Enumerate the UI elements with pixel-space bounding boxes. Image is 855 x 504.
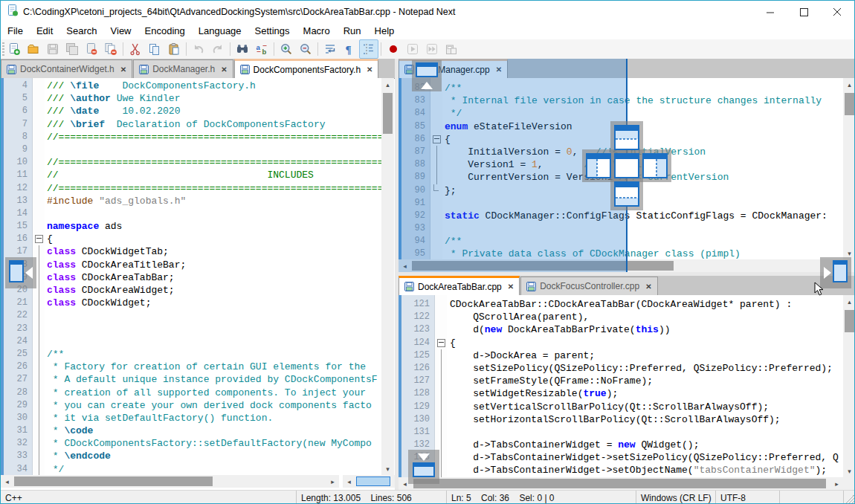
edge-left-indicator-icon[interactable] — [5, 257, 36, 288]
extra[interactable] — [780, 491, 844, 504]
close-button[interactable] — [821, 1, 854, 23]
macro-run-multiple-button[interactable] — [422, 39, 442, 59]
scrollbar-thumb[interactable] — [413, 479, 826, 488]
redo-button[interactable] — [208, 39, 228, 59]
dock-bottom-indicator-icon[interactable] — [614, 181, 639, 210]
edge-right-indicator-icon[interactable] — [820, 257, 851, 288]
file-saved-icon — [240, 65, 250, 74]
code-area[interactable]: /// \file DockComponentsFactory.h/// \au… — [47, 78, 381, 475]
horizontal-scrollbar[interactable]: ◂ ▸ — [1, 475, 339, 488]
dock-left-indicator-icon[interactable] — [586, 153, 611, 181]
word-wrap-icon — [323, 42, 337, 56]
eol-format[interactable]: Windows (CR LF) — [636, 491, 716, 504]
menu-search[interactable]: Search — [59, 23, 103, 39]
open-file-button[interactable] — [24, 39, 43, 59]
dock-top-indicator-icon[interactable] — [614, 125, 639, 153]
vertical-scrollbar[interactable]: ▴ ▾ — [843, 295, 854, 477]
close-tab-icon[interactable]: ✕ — [508, 282, 514, 291]
document-stats[interactable]: Length: 13.005 Lines: 506 — [297, 491, 447, 504]
scroll-down-icon[interactable]: ▾ — [843, 465, 854, 477]
edge-bottom-indicator-icon[interactable] — [408, 450, 439, 484]
menu-settings[interactable]: Settings — [248, 23, 297, 39]
edge-top-indicator-icon[interactable] — [412, 60, 442, 91]
zoom-in-button[interactable] — [277, 39, 296, 59]
editor-dockcomponentsfactory[interactable]: 4567891011121314151617181920212223242526… — [1, 78, 381, 475]
editor-dockareatabbar[interactable]: 1211221231241251261271281291301311321331… — [399, 295, 843, 477]
find-button[interactable] — [233, 39, 252, 59]
fold-marker — [33, 373, 45, 386]
tab-dockcomponentsfactory-h[interactable]: DockComponentsFactory.h✕ — [234, 59, 379, 78]
scrollbar-thumb[interactable] — [14, 476, 213, 486]
zoom-out-button[interactable] — [296, 39, 315, 59]
close-tab-icon[interactable]: ✕ — [645, 282, 651, 291]
fold-marker[interactable] — [33, 233, 45, 245]
menu-language[interactable]: Language — [192, 23, 248, 39]
scroll-right-icon[interactable]: ▸ — [830, 477, 843, 490]
maximize-button[interactable] — [787, 1, 821, 23]
scroll-right-icon[interactable]: ▸ — [326, 475, 339, 488]
scrollbar-segment[interactable]: ◂ — [343, 475, 395, 488]
scroll-left-icon[interactable]: ◂ — [343, 475, 355, 488]
save-all-button[interactable] — [62, 39, 82, 59]
title-bar[interactable]: C:\CodingXP\cetoni_projects_64bit\QtAdva… — [1, 1, 854, 23]
close-tab-icon[interactable]: ✕ — [221, 65, 227, 74]
undo-button[interactable] — [189, 39, 208, 59]
tab-dockcontainerwidget-h[interactable]: DockContainerWidget.h✕ — [1, 59, 132, 78]
code-area[interactable]: CDockAreaTabBar::CDockAreaTabBar(CDockAr… — [450, 295, 843, 477]
menu-view[interactable]: View — [104, 23, 138, 39]
macro-play-button[interactable] — [403, 39, 422, 59]
tab-dockmanager-h[interactable]: DockManager.h✕ — [133, 59, 233, 78]
copy-button[interactable] — [145, 39, 164, 59]
scroll-up-icon[interactable]: ▴ — [843, 295, 854, 308]
word-wrap-button[interactable] — [320, 39, 340, 59]
horizontal-scrollbar[interactable]: ◂ ▸ — [399, 477, 843, 490]
scroll-up-icon[interactable]: ▴ — [381, 78, 394, 91]
tab-bar-bottom-right: DockAreaTabBar.cpp✕DockFocusController.c… — [399, 276, 854, 296]
macro-record-button[interactable] — [384, 39, 403, 59]
close-tab-icon[interactable]: ✕ — [367, 65, 372, 74]
tab-dockfocuscontroller-cpp[interactable]: DockFocusController.cpp✕ — [520, 277, 657, 295]
indent-guide-button[interactable] — [359, 39, 378, 59]
line-number: 122 — [401, 311, 434, 323]
vertical-scrollbar[interactable]: ▴ ▾ — [381, 78, 394, 475]
close-tab-icon[interactable]: ✕ — [120, 65, 126, 74]
menu-help[interactable]: Help — [368, 23, 401, 39]
close-all-button[interactable] — [101, 39, 120, 59]
resize-grip[interactable] — [844, 494, 854, 504]
cut-button[interactable] — [126, 39, 145, 59]
menu-run[interactable]: Run — [337, 23, 368, 39]
dock-right-indicator-icon[interactable] — [642, 153, 668, 181]
tab-dockareatabbar-cpp[interactable]: DockAreaTabBar.cpp✕ — [399, 276, 520, 295]
scrollbar-thumb[interactable] — [845, 93, 854, 115]
fold-marker — [33, 105, 45, 117]
minimize-button[interactable] — [754, 1, 787, 23]
show-all-characters-button[interactable]: ¶ — [340, 39, 359, 59]
language-indicator[interactable]: C++ — [1, 491, 297, 504]
vertical-scrollbar[interactable]: ▴ ▾ — [843, 78, 854, 259]
line-number: 125 — [401, 349, 434, 362]
scrollbar-thumb[interactable] — [383, 93, 393, 134]
file-saved-icon — [526, 282, 536, 291]
dock-center-indicator-icon[interactable] — [614, 153, 639, 181]
fold-marker — [435, 375, 447, 387]
close-button[interactable] — [82, 39, 101, 59]
fold-marker — [33, 207, 45, 220]
menu-encoding[interactable]: Encoding — [138, 23, 192, 39]
scrollbar-thumb-highlighted[interactable] — [356, 476, 390, 486]
save-button[interactable] — [43, 39, 62, 59]
encoding[interactable]: UTF-8 — [716, 491, 780, 504]
scrollbar-thumb[interactable] — [845, 310, 854, 332]
paste-button[interactable] — [164, 39, 184, 59]
menu-file[interactable]: File — [1, 23, 30, 39]
scroll-left-icon[interactable]: ◂ — [1, 475, 13, 488]
cursor-position[interactable]: Ln: 5 Col: 36 Sel: 0 | 0 — [447, 491, 636, 504]
macro-save-button[interactable] — [442, 39, 461, 59]
menu-edit[interactable]: Edit — [30, 23, 59, 39]
scroll-down-icon[interactable]: ▾ — [381, 462, 394, 475]
scroll-up-icon[interactable]: ▴ — [843, 78, 854, 91]
new-file-button[interactable] — [4, 39, 24, 59]
line-number: 11 — [4, 169, 32, 181]
replace-button[interactable]: ab — [252, 39, 271, 59]
menu-macro[interactable]: Macro — [297, 23, 337, 39]
fold-marker[interactable] — [435, 337, 447, 349]
